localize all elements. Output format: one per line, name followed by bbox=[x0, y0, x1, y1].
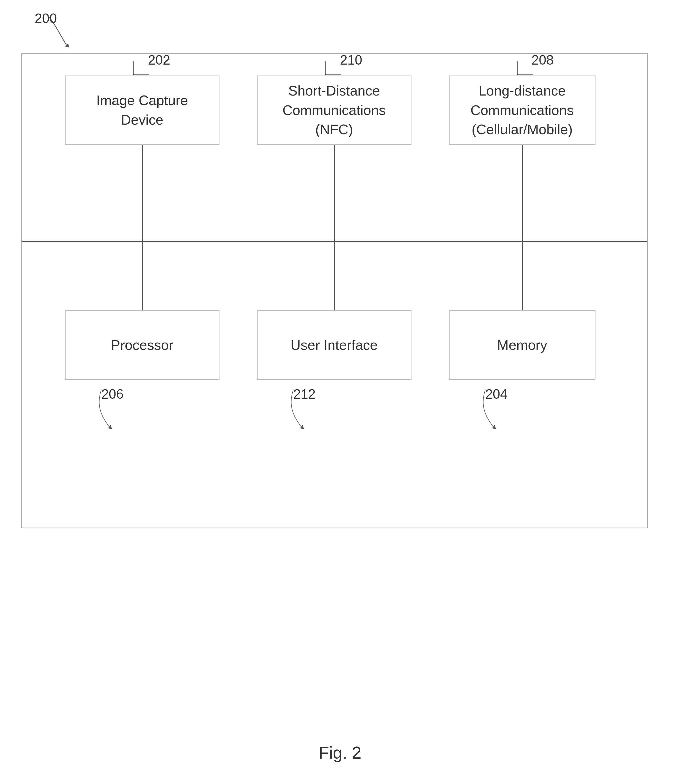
short-distance-box: Short-Distance Communications (NFC) bbox=[257, 76, 411, 145]
connector-user-interface-bottom bbox=[334, 241, 335, 310]
short-distance-label-line1: Short-Distance bbox=[282, 81, 386, 101]
ref-208-label: 208 bbox=[532, 52, 554, 68]
connector-short-distance-top bbox=[334, 145, 335, 241]
bus-line bbox=[22, 241, 647, 242]
image-capture-box: Image Capture Device bbox=[65, 76, 219, 145]
connector-image-capture-top bbox=[142, 145, 143, 241]
ref-210-label: 210 bbox=[340, 52, 362, 68]
ref-200-label: 200 bbox=[35, 11, 57, 26]
memory-label: Memory bbox=[497, 335, 547, 355]
user-interface-label: User Interface bbox=[291, 335, 378, 355]
ref-212-label: 212 bbox=[293, 386, 315, 402]
memory-box: Memory bbox=[449, 310, 595, 380]
ref-206-label: 206 bbox=[101, 386, 123, 402]
connector-memory-bottom bbox=[522, 241, 523, 310]
image-capture-label-line2: Device bbox=[96, 110, 188, 130]
short-distance-label-line3: (NFC) bbox=[282, 120, 386, 139]
ref-202-label: 202 bbox=[148, 52, 170, 68]
figure-caption: Fig. 2 bbox=[0, 743, 680, 763]
ref-204-label: 204 bbox=[485, 386, 507, 402]
processor-label: Processor bbox=[111, 335, 173, 355]
long-distance-label-line1: Long-distance bbox=[471, 81, 574, 101]
main-outer-box: Image Capture Device Short-Distance Comm… bbox=[21, 54, 648, 528]
connector-processor-bottom bbox=[142, 241, 143, 310]
image-capture-label-line1: Image Capture bbox=[96, 91, 188, 110]
connector-long-distance-top bbox=[522, 145, 523, 241]
long-distance-label-line2: Communications bbox=[471, 101, 574, 120]
processor-box: Processor bbox=[65, 310, 219, 380]
user-interface-box: User Interface bbox=[257, 310, 411, 380]
long-distance-box: Long-distance Communications (Cellular/M… bbox=[449, 76, 595, 145]
long-distance-label-line3: (Cellular/Mobile) bbox=[471, 120, 574, 139]
short-distance-label-line2: Communications bbox=[282, 101, 386, 120]
svg-marker-0 bbox=[65, 43, 69, 47]
